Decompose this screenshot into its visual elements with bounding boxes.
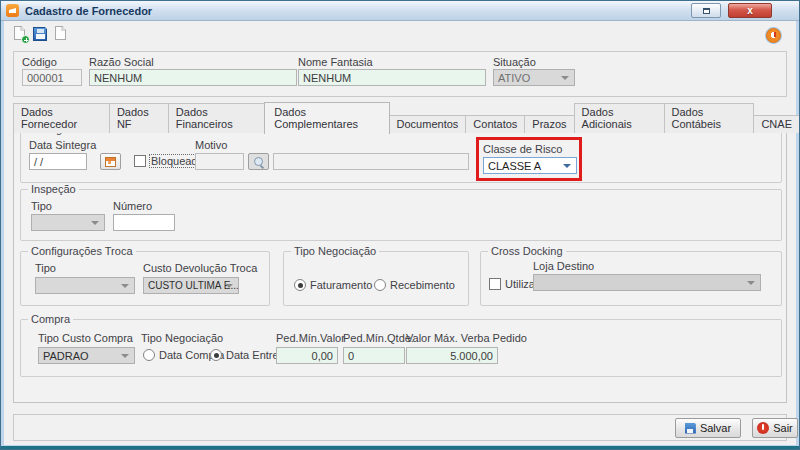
tab-cnae[interactable]: CNAE bbox=[753, 115, 800, 133]
valor-max-verba-label: Valor Máx. Verba Pedido bbox=[406, 332, 527, 344]
tipo-custo-compra-label: Tipo Custo Compra bbox=[38, 332, 133, 344]
calendar-icon bbox=[105, 157, 116, 167]
recebimento-radio[interactable]: Recebimento bbox=[374, 279, 455, 291]
close-icon: x bbox=[747, 6, 753, 16]
razao-social-label: Razão Social bbox=[89, 56, 154, 68]
loja-destino-label: Loja Destino bbox=[533, 260, 594, 272]
tab-documentos[interactable]: Documentos bbox=[389, 115, 467, 133]
chevron-down-icon bbox=[121, 354, 129, 358]
tab-dados-adicionais[interactable]: Dados Adicionais bbox=[574, 103, 665, 133]
supplier-registration-window: Cadastro de Fornecedor x Código 000001 R… bbox=[0, 0, 800, 450]
calendar-button[interactable] bbox=[100, 153, 121, 170]
data-sintegra-label: Data Sintegra bbox=[29, 139, 96, 151]
tipo-negociacao-group: Tipo Negociação Faturamento Recebimento bbox=[283, 251, 469, 306]
faturamento-radio[interactable]: Faturamento bbox=[294, 279, 372, 291]
tab-dados-complementares[interactable]: Dados Complementares bbox=[264, 102, 389, 134]
ped-min-qtde-label: Ped.Mín.Qtde. bbox=[343, 332, 414, 344]
nome-fantasia-field[interactable]: NENHUM bbox=[298, 69, 486, 86]
data-sintegra-field[interactable]: / / bbox=[29, 153, 87, 170]
save-icon bbox=[685, 423, 696, 434]
configuracoes-troca-group: Configurações Troca Tipo Custo Devolução… bbox=[20, 251, 270, 306]
blank-document-icon bbox=[55, 26, 66, 40]
restore-icon bbox=[703, 8, 710, 14]
chevron-down-icon bbox=[225, 284, 233, 288]
razao-social-field[interactable]: NENHUM bbox=[89, 69, 297, 86]
clear-button[interactable] bbox=[53, 26, 70, 43]
tab-strip: Dados Fornecedor Dados NF Dados Financei… bbox=[13, 102, 799, 133]
ped-min-valor-label: Ped.Mín.Valor bbox=[276, 332, 345, 344]
radio-icon bbox=[374, 279, 386, 291]
inspecao-group: Inspeção Tipo Número bbox=[20, 189, 782, 241]
custo-devolucao-label: Custo Devolução Troca bbox=[143, 262, 257, 274]
window-bottom-edge bbox=[1, 446, 799, 449]
ped-min-qtde-field[interactable]: 0 bbox=[343, 347, 405, 364]
inspecao-numero-field[interactable] bbox=[113, 214, 175, 231]
inspecao-tipo-dropdown[interactable] bbox=[31, 214, 105, 231]
motivo-search-button[interactable] bbox=[248, 153, 269, 170]
tipo-custo-compra-dropdown[interactable]: PADRAO bbox=[38, 347, 135, 364]
close-button[interactable]: x bbox=[728, 3, 772, 18]
chevron-down-icon bbox=[561, 76, 569, 80]
tab-dados-contabeis[interactable]: Dados Contábeis bbox=[664, 103, 755, 133]
footer-bar: Salvar Sair bbox=[13, 414, 787, 441]
codigo-label: Código bbox=[22, 56, 57, 68]
exit-button[interactable]: Sair bbox=[752, 418, 798, 438]
valor-max-verba-field[interactable]: 5.000,00 bbox=[406, 347, 498, 364]
radio-icon bbox=[143, 349, 155, 361]
new-record-button[interactable] bbox=[12, 26, 29, 43]
tab-dados-financeiros[interactable]: Dados Financeiros bbox=[168, 103, 265, 133]
timer-icon[interactable] bbox=[766, 28, 781, 43]
tab-page-dados-complementares: Sintegra Data Sintegra / / Bloqueado Mot… bbox=[13, 120, 787, 403]
tab-contatos[interactable]: Contatos bbox=[465, 115, 525, 133]
classe-risco-highlight bbox=[476, 137, 582, 181]
app-icon bbox=[6, 4, 19, 17]
compra-group-title: Compra bbox=[28, 313, 73, 325]
exit-icon bbox=[757, 422, 769, 434]
save-toolbar-button[interactable] bbox=[32, 26, 49, 43]
sintegra-group: Sintegra Data Sintegra / / Bloqueado Mot… bbox=[20, 129, 782, 183]
cross-docking-title: Cross Docking bbox=[488, 245, 566, 257]
motivo-label: Motivo bbox=[195, 139, 227, 151]
codigo-field[interactable]: 000001 bbox=[22, 69, 82, 86]
custo-devolucao-dropdown[interactable]: CUSTO ULTIMA E... bbox=[143, 277, 239, 294]
inspecao-group-title: Inspeção bbox=[28, 183, 79, 195]
plus-badge-icon bbox=[21, 35, 30, 44]
radio-icon bbox=[294, 279, 306, 291]
window-title: Cadastro de Fornecedor bbox=[25, 5, 152, 17]
compra-group: Compra Tipo Custo Compra PADRAO Tipo Neg… bbox=[20, 319, 782, 377]
situacao-label: Situação bbox=[493, 56, 536, 68]
save-icon bbox=[33, 27, 47, 41]
bloqueado-checkbox[interactable] bbox=[134, 155, 146, 167]
ped-min-valor-field[interactable]: 0,00 bbox=[276, 347, 338, 364]
title-bar: Cadastro de Fornecedor bbox=[1, 1, 799, 21]
motivo-code-field[interactable] bbox=[195, 153, 244, 170]
inspecao-numero-label: Número bbox=[113, 200, 152, 212]
configuracoes-troca-title: Configurações Troca bbox=[28, 245, 136, 257]
troca-tipo-label: Tipo bbox=[35, 262, 56, 274]
cross-docking-group: Cross Docking Loja Destino Utiliza bbox=[480, 251, 782, 306]
inspecao-tipo-label: Tipo bbox=[31, 200, 52, 212]
nome-fantasia-label: Nome Fantasia bbox=[298, 56, 373, 68]
troca-tipo-dropdown[interactable] bbox=[35, 277, 135, 294]
chevron-down-icon bbox=[747, 281, 755, 285]
motivo-description-field[interactable] bbox=[273, 153, 469, 170]
tab-dados-nf[interactable]: Dados NF bbox=[109, 103, 169, 133]
tab-prazos[interactable]: Prazos bbox=[524, 115, 574, 133]
chevron-down-icon bbox=[91, 221, 99, 225]
utiliza-checkbox[interactable] bbox=[489, 278, 501, 290]
compra-tipo-negociacao-label: Tipo Negociação bbox=[141, 332, 223, 344]
tipo-negociacao-title: Tipo Negociação bbox=[291, 245, 379, 257]
tab-dados-fornecedor[interactable]: Dados Fornecedor bbox=[13, 103, 110, 133]
loja-destino-dropdown[interactable] bbox=[533, 274, 761, 291]
chevron-down-icon bbox=[121, 284, 129, 288]
restore-button[interactable] bbox=[691, 3, 721, 18]
utiliza-label[interactable]: Utiliza bbox=[505, 278, 535, 290]
save-button[interactable]: Salvar bbox=[675, 418, 741, 438]
radio-icon bbox=[210, 349, 222, 361]
situacao-dropdown[interactable]: ATIVO bbox=[493, 69, 575, 86]
search-icon bbox=[254, 157, 264, 167]
